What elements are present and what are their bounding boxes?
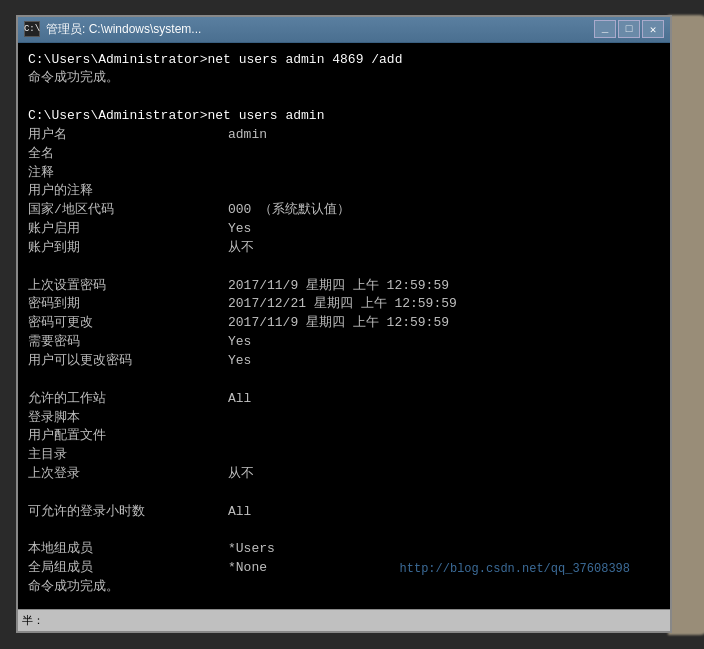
console-label: 需要密码 — [28, 333, 228, 352]
console-value: *None — [228, 559, 267, 578]
console-line — [28, 88, 660, 107]
console-line: 注释 — [28, 164, 660, 183]
window-title: 管理员: C:\windows\system... — [46, 21, 594, 38]
console-label: 用户名 — [28, 126, 228, 145]
watermark: http://blog.csdn.net/qq_37608398 — [400, 561, 630, 578]
statusbar-text: 半： — [22, 613, 44, 628]
console-output: C:\Users\Administrator>net users admin 4… — [28, 51, 660, 609]
console-line: 密码到期2017/12/21 星期四 上午 12:59:59 — [28, 295, 660, 314]
console-label: 本地组成员 — [28, 540, 228, 559]
console-label: 用户的注释 — [28, 182, 228, 201]
console-line: 可允许的登录小时数All — [28, 503, 660, 522]
console-label: 账户启用 — [28, 220, 228, 239]
console-line: 上次设置密码2017/11/9 星期四 上午 12:59:59 — [28, 277, 660, 296]
console-line — [28, 522, 660, 541]
console-line: 国家/地区代码000 （系统默认值） — [28, 201, 660, 220]
console-line: 需要密码Yes — [28, 333, 660, 352]
console-line: 允许的工作站All — [28, 390, 660, 409]
console-label: 用户配置文件 — [28, 427, 228, 446]
console-value: Yes — [228, 352, 251, 371]
console-line: 用户名admin — [28, 126, 660, 145]
console-value: 000 （系统默认值） — [228, 201, 350, 220]
console-line: 本地组成员*Users — [28, 540, 660, 559]
console-label: 上次登录 — [28, 465, 228, 484]
console-value: *Users — [228, 540, 275, 559]
console-line: 用户可以更改密码Yes — [28, 352, 660, 371]
console-line: 命令成功完成。 — [28, 578, 660, 597]
console-label: 用户可以更改密码 — [28, 352, 228, 371]
console-label: 密码可更改 — [28, 314, 228, 333]
console-value: admin — [228, 126, 267, 145]
console-line: C:\Users\Administrator>net users admin 4… — [28, 51, 660, 70]
console-line: 用户的注释 — [28, 182, 660, 201]
minimize-button[interactable]: _ — [594, 20, 616, 38]
console-line — [28, 371, 660, 390]
console-value: 从不 — [228, 465, 254, 484]
console-line: 账户到期从不 — [28, 239, 660, 258]
console-line: 登录脚本 — [28, 409, 660, 428]
console-line: 全名 — [28, 145, 660, 164]
console-value: Yes — [228, 220, 251, 239]
titlebar-buttons: _ □ ✕ — [594, 20, 664, 38]
console-line — [28, 258, 660, 277]
icon-label: C:\ — [24, 24, 40, 34]
console-line — [28, 484, 660, 503]
console-line: C:\Users\Administrator>net users admin — [28, 107, 660, 126]
console-line: 账户启用Yes — [28, 220, 660, 239]
console-line: 命令成功完成。 — [28, 69, 660, 88]
close-button[interactable]: ✕ — [642, 20, 664, 38]
statusbar: 半： — [18, 609, 670, 631]
console-label: 全名 — [28, 145, 228, 164]
console-label: 注释 — [28, 164, 228, 183]
console-label: 主目录 — [28, 446, 228, 465]
console-label: 密码到期 — [28, 295, 228, 314]
console-line: 上次登录从不 — [28, 465, 660, 484]
console-value: Yes — [228, 333, 251, 352]
titlebar: C:\ 管理员: C:\windows\system... _ □ ✕ — [18, 17, 670, 43]
titlebar-icon: C:\ — [24, 21, 40, 37]
console-label: 账户到期 — [28, 239, 228, 258]
console-area[interactable]: C:\Users\Administrator>net users admin 4… — [18, 43, 670, 609]
console-value: 2017/11/9 星期四 上午 12:59:59 — [228, 277, 449, 296]
console-label: 登录脚本 — [28, 409, 228, 428]
console-line: 主目录 — [28, 446, 660, 465]
console-label: 全局组成员 — [28, 559, 228, 578]
console-label: 国家/地区代码 — [28, 201, 228, 220]
console-value: 2017/12/21 星期四 上午 12:59:59 — [228, 295, 457, 314]
cmd-window: C:\ 管理员: C:\windows\system... _ □ ✕ C:\U… — [16, 15, 672, 633]
console-value: All — [228, 390, 251, 409]
console-value: 2017/11/9 星期四 上午 12:59:59 — [228, 314, 449, 333]
console-line: 密码可更改2017/11/9 星期四 上午 12:59:59 — [28, 314, 660, 333]
console-value: All — [228, 503, 251, 522]
console-label: 上次设置密码 — [28, 277, 228, 296]
paper-effect — [668, 15, 704, 635]
console-line — [28, 597, 660, 609]
console-line: 用户配置文件 — [28, 427, 660, 446]
console-label: 可允许的登录小时数 — [28, 503, 228, 522]
console-value: 从不 — [228, 239, 254, 258]
window-wrapper: C:\ 管理员: C:\windows\system... _ □ ✕ C:\U… — [16, 15, 688, 635]
console-label: 允许的工作站 — [28, 390, 228, 409]
maximize-button[interactable]: □ — [618, 20, 640, 38]
